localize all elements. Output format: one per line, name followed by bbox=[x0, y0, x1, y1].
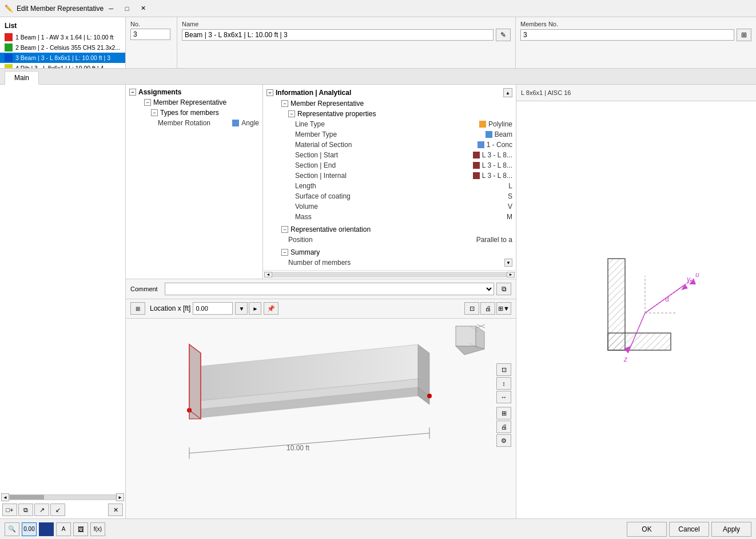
title-bar-icon: ✏️ bbox=[5, 5, 13, 13]
sidebar-scrollbar-track[interactable] bbox=[9, 494, 116, 500]
info-hscroll[interactable]: ◄ ► bbox=[263, 270, 516, 278]
location-input[interactable] bbox=[193, 302, 233, 315]
info-member-rep-label: Member Representative bbox=[291, 100, 364, 108]
color-tool[interactable] bbox=[39, 522, 54, 536]
middle-section: − Assignments − Member Representative − … bbox=[126, 85, 516, 518]
location-tool-btn[interactable]: ⊞ bbox=[130, 302, 145, 315]
scroll-right-btn[interactable]: ► bbox=[116, 493, 124, 501]
new-btn[interactable]: □+ bbox=[2, 504, 17, 516]
nav-down-btn[interactable]: ▼ bbox=[235, 302, 248, 315]
summary-row[interactable]: − Summary bbox=[263, 247, 516, 257]
color-3 bbox=[5, 54, 13, 62]
expand-summary-btn[interactable]: ▼ bbox=[504, 259, 512, 267]
members-edit-button[interactable]: ⊞ bbox=[737, 29, 751, 41]
pointer-tool[interactable]: 🔍 bbox=[5, 522, 19, 536]
vp-btn-settings[interactable]: ⚙ bbox=[496, 434, 511, 447]
list-item-1[interactable]: 1 Beam | 1 - AW 3 x 1.64 | L: 10.00 ft bbox=[0, 32, 125, 42]
svg-marker-15 bbox=[456, 346, 484, 355]
collapse-orientation[interactable]: − bbox=[281, 226, 288, 233]
vp-btn-yz[interactable]: ↕ bbox=[496, 377, 511, 390]
rep-properties-row[interactable]: − Representative properties bbox=[263, 109, 516, 119]
material-color bbox=[478, 141, 484, 148]
viewport-3d[interactable]: 10.00 ft bbox=[126, 318, 516, 518]
info-member-rep-row[interactable]: − Member Representative bbox=[263, 98, 516, 109]
comment-select[interactable] bbox=[165, 283, 494, 295]
view-btn-2[interactable]: 🖨 bbox=[480, 302, 495, 315]
info-analytical-label: Information | Analytical bbox=[276, 89, 351, 97]
coordinate-tool[interactable]: 0.00 bbox=[22, 522, 37, 536]
cube-widget[interactable] bbox=[453, 323, 487, 358]
func-tool[interactable]: f(x) bbox=[90, 522, 105, 536]
sidebar-list-scroll[interactable] bbox=[0, 85, 125, 493]
list-item-4[interactable]: 4 Rib | 3 - L 8x6x1 | L: 10.00 ft | 4 bbox=[0, 63, 125, 68]
sidebar-hscroll[interactable]: ◄ ► bbox=[0, 493, 125, 501]
view-btn-3[interactable]: ⊞▼ bbox=[496, 302, 511, 315]
collapse-summary[interactable]: − bbox=[281, 249, 288, 256]
prop-surface-coating: Surface of coating S bbox=[263, 191, 516, 201]
list-header: List bbox=[0, 19, 125, 32]
comment-row: Comment ⧉ bbox=[126, 279, 516, 298]
svg-text:α: α bbox=[665, 295, 669, 303]
sidebar-scrollbar-thumb bbox=[10, 495, 44, 500]
list-item-2[interactable]: 2 Beam | 2 - Celsius 355 CHS 21.3x2... bbox=[0, 42, 125, 53]
name-label: Name bbox=[182, 21, 511, 27]
list-item-3[interactable]: 3 Beam | 3 - L 8x6x1 | L: 10.00 ft | 3 bbox=[0, 53, 125, 63]
info-collapse-btn[interactable]: ▲ bbox=[503, 88, 512, 97]
collapse-rep-props[interactable]: − bbox=[288, 110, 295, 117]
collapse-info-member-rep[interactable]: − bbox=[281, 100, 288, 107]
scroll-left-btn[interactable]: ◄ bbox=[1, 493, 9, 501]
pin-btn[interactable]: 📌 bbox=[264, 302, 278, 315]
copy-btn[interactable]: ⧉ bbox=[18, 504, 33, 516]
prop-member-type: Member Type Beam bbox=[263, 129, 516, 140]
vp-btn-xy[interactable]: ⊞ bbox=[496, 407, 511, 419]
nav-right-btn[interactable]: ► bbox=[249, 302, 261, 315]
no-input[interactable] bbox=[130, 29, 170, 40]
ok-button[interactable]: OK bbox=[627, 522, 667, 537]
location-row: ⊞ Location x [ft] ▼ ► 📌 ⊡ 🖨 ⊞▼ bbox=[126, 299, 516, 318]
color-4 bbox=[5, 64, 13, 68]
member-rep-tree-row[interactable]: − Member Representative bbox=[126, 97, 262, 108]
info-scrollbar-track[interactable] bbox=[272, 272, 507, 278]
section-start-color bbox=[473, 152, 480, 158]
assignments-label: Assignments bbox=[138, 88, 181, 96]
collapse-assignments[interactable]: − bbox=[129, 89, 136, 96]
right-panel: L 8x6x1 | AISC 16 bbox=[516, 85, 756, 518]
text-tool[interactable]: A bbox=[56, 522, 71, 536]
member-rotation-row[interactable]: Member Rotation Angle bbox=[126, 118, 262, 128]
members-label: Members No. bbox=[520, 21, 751, 27]
import-btn[interactable]: ↙ bbox=[50, 504, 65, 516]
cancel-button[interactable]: Cancel bbox=[669, 522, 709, 537]
info-scroll-right[interactable]: ► bbox=[507, 272, 515, 278]
comment-copy-btn[interactable]: ⧉ bbox=[496, 283, 511, 295]
maximize-button[interactable]: □ bbox=[120, 2, 134, 15]
collapse-types[interactable]: − bbox=[151, 109, 158, 116]
viewport-toolbar: ⊡ ↕ ↔ ⊞ 🖨 ⚙ bbox=[496, 323, 511, 447]
types-for-members-row[interactable]: − Types for members bbox=[126, 108, 262, 118]
info-analytical-header[interactable]: − Information | Analytical ▲ bbox=[263, 87, 516, 98]
members-input[interactable] bbox=[520, 29, 734, 41]
tab-main[interactable]: Main bbox=[5, 71, 39, 85]
minimize-button[interactable]: ─ bbox=[104, 2, 118, 15]
export-btn[interactable]: ↗ bbox=[34, 504, 49, 516]
title-bar-text: Edit Member Representative bbox=[17, 5, 104, 13]
info-scroll-left[interactable]: ◄ bbox=[264, 272, 272, 278]
apply-button[interactable]: Apply bbox=[711, 522, 751, 537]
rep-orientation-row[interactable]: − Representative orientation bbox=[263, 224, 516, 235]
rep-orientation-label: Representative orientation bbox=[291, 225, 371, 233]
close-button[interactable]: ✕ bbox=[136, 2, 150, 15]
assignments-header[interactable]: − Assignments bbox=[126, 87, 262, 97]
prop-volume: Volume V bbox=[263, 201, 516, 212]
name-input[interactable] bbox=[182, 29, 494, 41]
delete-btn[interactable]: ✕ bbox=[108, 504, 123, 516]
svg-rect-13 bbox=[456, 326, 476, 346]
collapse-member-rep[interactable]: − bbox=[144, 99, 151, 106]
vp-btn-1[interactable]: ⊡ bbox=[496, 363, 511, 376]
image-tool[interactable]: 🖼 bbox=[73, 522, 88, 536]
name-edit-button[interactable]: ✎ bbox=[496, 29, 511, 41]
collapse-info[interactable]: − bbox=[266, 89, 273, 96]
angle-color bbox=[232, 120, 239, 126]
vp-btn-xz[interactable]: ↔ bbox=[496, 391, 511, 403]
nav-buttons: ▼ ► bbox=[235, 302, 261, 315]
view-btn-1[interactable]: ⊡ bbox=[464, 302, 479, 315]
vp-btn-print[interactable]: 🖨 bbox=[496, 421, 511, 433]
